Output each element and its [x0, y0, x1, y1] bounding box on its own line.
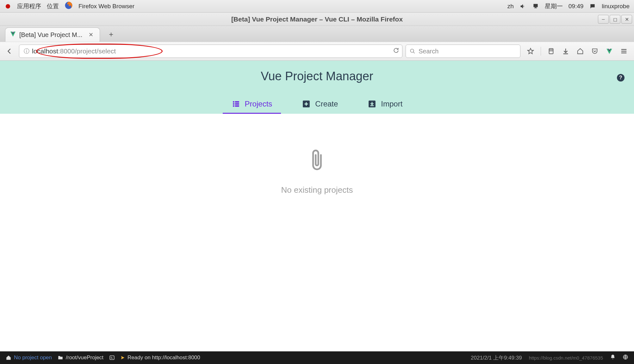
status-path-label: /root/vueProject — [66, 355, 103, 361]
firefox-icon[interactable] — [65, 1, 73, 11]
tab-import-label: Import — [381, 100, 402, 108]
status-bell-icon[interactable] — [610, 354, 616, 361]
tab-close-icon[interactable]: ✕ — [89, 31, 93, 38]
toolbar-divider — [541, 47, 541, 56]
svg-rect-6 — [233, 101, 234, 102]
svg-rect-10 — [233, 105, 234, 106]
status-project-label: No project open — [14, 355, 52, 361]
tab-strip: [Beta] Vue Project M... ✕ + — [0, 26, 634, 42]
tab-projects-label: Projects — [245, 100, 272, 108]
home-icon[interactable] — [576, 47, 585, 56]
reload-button[interactable] — [393, 47, 399, 55]
pocket-icon[interactable] — [590, 47, 599, 56]
svg-rect-11 — [235, 105, 239, 106]
url-path: :8000/project/select — [58, 47, 116, 55]
svg-rect-8 — [233, 103, 234, 105]
input-language[interactable]: zh — [507, 3, 514, 10]
url-bar[interactable]: ⓘ localhost:8000/project/select — [19, 45, 402, 58]
svg-rect-3 — [534, 8, 537, 8]
status-project[interactable]: No project open — [6, 355, 52, 361]
tab-projects[interactable]: Projects — [223, 95, 281, 114]
empty-text: No existing projects — [281, 185, 353, 195]
url-host: localhost — [32, 47, 58, 55]
search-box[interactable]: Search — [406, 45, 520, 58]
library-icon[interactable] — [547, 47, 556, 56]
status-ready[interactable]: Ready on http://localhost:8000 — [121, 355, 200, 361]
window-close-button[interactable]: ✕ — [621, 15, 632, 24]
attachment-icon — [309, 149, 325, 172]
watermark: https://blog.csdn.net/m0_47876535 — [529, 355, 603, 361]
plus-box-icon — [302, 100, 311, 108]
os-logo-icon — [4, 3, 11, 10]
clock-day[interactable]: 星期一 — [545, 2, 563, 10]
empty-state: No existing projects — [0, 149, 634, 195]
downloads-icon[interactable] — [561, 47, 570, 56]
page-content: Vue Project Manager ? Projects Create Im… — [0, 61, 634, 336]
bookmark-star-icon[interactable] — [526, 47, 535, 56]
vue-header: Vue Project Manager ? Projects Create Im… — [0, 61, 634, 114]
status-ready-label: Ready on http://localhost:8000 — [127, 355, 200, 361]
svg-rect-9 — [235, 103, 239, 105]
network-icon[interactable] — [532, 3, 539, 10]
list-icon — [232, 100, 240, 108]
svg-rect-14 — [110, 356, 114, 360]
svg-rect-2 — [535, 7, 536, 8]
browser-toolbar: ⓘ localhost:8000/project/select Search — [0, 42, 634, 61]
back-button[interactable] — [3, 45, 16, 58]
active-app-name: Firefox Web Browser — [78, 3, 134, 10]
clock-time[interactable]: 09:49 — [569, 3, 584, 10]
desktop-top-bar: 应用程序 位置 Firefox Web Browser zh 星期一 09:49… — [0, 0, 634, 13]
tab-import[interactable]: Import — [359, 95, 411, 114]
window-minimize-button[interactable]: – — [598, 15, 609, 24]
menu-places[interactable]: 位置 — [47, 2, 59, 10]
chat-icon[interactable] — [589, 3, 596, 10]
svg-point-4 — [410, 49, 414, 52]
search-placeholder: Search — [419, 48, 438, 55]
import-box-icon — [368, 100, 376, 108]
vue-tabs: Projects Create Import — [223, 95, 412, 114]
page-title: Vue Project Manager — [261, 70, 373, 83]
volume-icon[interactable] — [519, 3, 526, 10]
status-logs[interactable] — [109, 355, 115, 361]
vue-favicon-icon — [10, 31, 16, 39]
hamburger-menu-icon[interactable] — [619, 47, 628, 56]
vue-devtools-icon[interactable] — [605, 47, 614, 56]
window-maximize-button[interactable]: ◻ — [610, 15, 620, 24]
window-title: [Beta] Vue Project Manager – Vue CLI – M… — [231, 15, 403, 23]
window-title-bar: [Beta] Vue Project Manager – Vue CLI – M… — [0, 13, 634, 26]
tab-create[interactable]: Create — [293, 95, 347, 114]
menu-applications[interactable]: 应用程序 — [17, 2, 41, 10]
status-path[interactable]: /root/vueProject — [58, 355, 103, 361]
tab-label: [Beta] Vue Project M... — [19, 31, 82, 39]
help-button[interactable]: ? — [617, 74, 625, 82]
browser-tab[interactable]: [Beta] Vue Project M... ✕ — [5, 27, 100, 42]
status-timestamp: 2021/2/1 上午9:49:39 — [471, 354, 522, 361]
svg-rect-7 — [235, 101, 239, 102]
username[interactable]: linuxprobe — [602, 3, 630, 10]
new-tab-button[interactable]: + — [105, 28, 117, 40]
identity-icon[interactable]: ⓘ — [24, 47, 29, 55]
status-translate-icon[interactable] — [623, 354, 628, 361]
svg-rect-1 — [533, 4, 538, 7]
tab-create-label: Create — [315, 100, 338, 108]
status-bar: No project open /root/vueProject Ready o… — [0, 351, 634, 364]
